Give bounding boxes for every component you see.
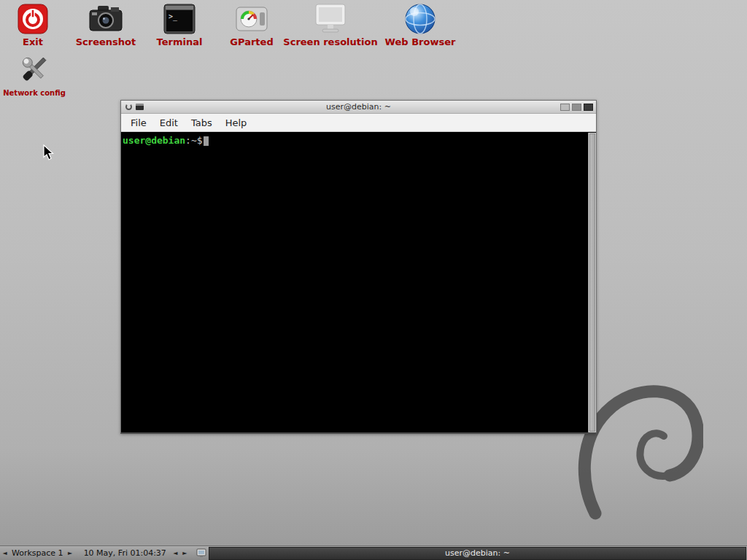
desktop-icon-exit[interactable]: Exit: [1, 1, 64, 47]
taskbar: ◄ Workspace 1 ► 10 May, Fri 01:04:37 ◄ ►…: [0, 545, 747, 560]
workspace-prev-button[interactable]: ◄: [0, 546, 9, 560]
tools-icon: [1, 52, 67, 88]
minimize-button[interactable]: [560, 104, 570, 111]
taskbar-task-button[interactable]: user@debian: ~: [209, 547, 746, 560]
prompt-line: user@debian:~$: [121, 133, 596, 146]
menu-edit[interactable]: Edit: [153, 114, 185, 131]
menu-help[interactable]: Help: [219, 114, 254, 131]
window-title: user@debian: ~: [121, 101, 596, 114]
menu-tabs[interactable]: Tabs: [185, 114, 219, 131]
terminal-cursor: [204, 136, 209, 146]
svg-text:>_: >_: [169, 12, 178, 21]
prompt-separator: :: [185, 135, 191, 146]
desktop-icon-web-browser[interactable]: Web Browser: [378, 1, 462, 47]
clock-next-button[interactable]: ►: [180, 546, 190, 560]
prompt-path: ~$: [191, 135, 203, 146]
desktop-icon-screenshot[interactable]: Screenshot: [69, 1, 142, 47]
maximize-button[interactable]: [572, 104, 581, 111]
window-spinner-icon: [125, 104, 132, 110]
desktop-icon-screen-resolution[interactable]: Screen resolution: [281, 1, 380, 47]
close-button[interactable]: [584, 104, 593, 111]
terminal-window: user@debian: ~ File Edit Tabs Help user@…: [120, 100, 597, 434]
icon-label-screenshot: Screenshot: [69, 37, 142, 47]
gparted-drive-icon: [217, 1, 287, 36]
exit-power-icon: [1, 1, 64, 36]
terminal-body[interactable]: user@debian:~$: [121, 133, 596, 432]
prompt-user: user@debian: [123, 135, 185, 146]
terminal-menubar: File Edit Tabs Help: [121, 114, 596, 132]
menu-file[interactable]: File: [124, 114, 153, 131]
terminal-icon: >_: [143, 1, 216, 36]
clock: 10 May, Fri 01:04:37: [84, 546, 166, 560]
workspace-next-button[interactable]: ►: [66, 546, 75, 560]
camera-icon: [69, 1, 142, 36]
window-controls: [560, 104, 593, 111]
mouse-cursor: [42, 144, 55, 162]
workspace-label[interactable]: Workspace 1: [9, 546, 66, 560]
terminal-titlebar[interactable]: user@debian: ~: [121, 101, 596, 114]
icon-label-exit: Exit: [1, 37, 64, 47]
clock-prev-button[interactable]: ◄: [171, 546, 180, 560]
icon-label-web-browser: Web Browser: [378, 37, 462, 47]
icon-label-gparted: GParted: [217, 37, 287, 47]
icon-label-network-config: Network config: [1, 88, 67, 98]
globe-icon: [378, 1, 462, 36]
desktop-icon-terminal[interactable]: >_ Terminal: [143, 1, 216, 47]
desktop: Exit Screenshot >_ Terminal: [0, 0, 747, 560]
monitor-icon: [281, 1, 380, 36]
icon-label-terminal: Terminal: [143, 37, 216, 47]
scrollbar-thumb[interactable]: [589, 133, 595, 432]
clock-arrows: ◄ ►: [171, 546, 190, 560]
terminal-scrollbar[interactable]: [588, 133, 596, 432]
terminal-app-mini-icon: [136, 104, 144, 110]
desktop-icon-network-config[interactable]: Network config: [1, 52, 67, 98]
desktop-icon-gparted[interactable]: GParted: [217, 1, 287, 47]
task-monitor-icon: [196, 548, 206, 558]
icon-label-screen-resolution: Screen resolution: [281, 37, 380, 47]
task-title: user@debian: ~: [445, 548, 510, 558]
